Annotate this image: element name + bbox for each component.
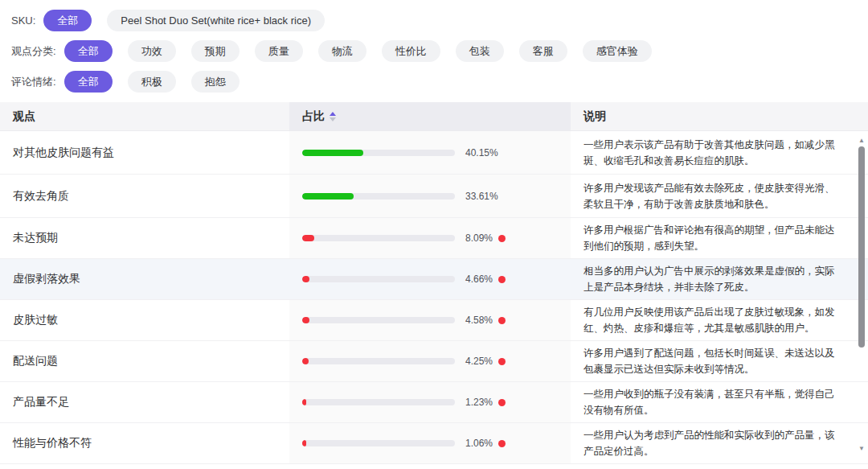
opinion-cell: 对其他皮肤问题有益: [0, 131, 289, 174]
filter-chip[interactable]: 包装: [456, 40, 504, 62]
review-opinion-analysis-panel: SKU: 全部Peel Shot Duo Set(white rice+ bla…: [0, 0, 868, 464]
share-cell: 4.58%: [289, 300, 571, 340]
opinion-cell: 有效去角质: [0, 175, 289, 217]
share-bar-fill: [302, 440, 306, 446]
share-bar-fill: [302, 276, 309, 282]
opinion-label: 性能与价格不符: [13, 436, 92, 450]
share-bar-track: [302, 358, 455, 364]
opinion-label: 配送问题: [13, 354, 58, 368]
column-header-share-label: 占比: [302, 109, 325, 124]
opinion-cell: 皮肤过敏: [0, 300, 289, 340]
table-header-row: 观点 占比 说明: [0, 102, 868, 131]
description-text: 相当多的用户认为广告中展示的剥落效果是虚假的，实际上是产品本身结块，并非去除了死…: [583, 263, 841, 295]
description-text: 一些用户收到的瓶子没有装满，甚至只有半瓶，觉得自己没有物有所值。: [583, 386, 841, 418]
vertical-scrollbar[interactable]: ▲ ▼: [857, 133, 866, 469]
table-row[interactable]: 配送问题 4.25% 许多用户遇到了配送问题，包括长时间延误、未送达以及包裹显示…: [0, 341, 868, 382]
filter-row-opinion-category: 观点分类: 全部功效预期质量物流性价比包装客服感官体验: [11, 40, 857, 62]
description-text: 一些用户认为考虑到产品的性能和实际收到的产品量，该产品定价过高。: [583, 427, 841, 459]
share-percent-label: 40.15%: [465, 147, 498, 158]
review-sentiment-filter-label: 评论情绪:: [11, 75, 56, 89]
share-percent-label: 1.06%: [465, 438, 493, 449]
filter-chip[interactable]: Peel Shot Duo Set(white rice+ black rice…: [107, 10, 325, 31]
share-bar-fill: [302, 358, 309, 364]
filter-chip[interactable]: 全部: [64, 40, 113, 62]
opinion-label: 虚假剥落效果: [13, 272, 80, 286]
share-cell: 8.09%: [289, 218, 571, 258]
share-cell: 4.25%: [289, 341, 571, 381]
opinion-label: 产品量不足: [13, 395, 69, 409]
description-text: 许多用户根据广告和评论抱有很高的期望，但产品未能达到他们的预期，感到失望。: [583, 222, 841, 254]
negative-indicator-dot: [498, 276, 506, 283]
share-bar-track: [302, 150, 455, 156]
sort-descending-icon[interactable]: [330, 117, 336, 121]
filter-chip[interactable]: 功效: [128, 40, 176, 62]
share-percent-label: 8.09%: [465, 232, 493, 244]
description-cell: 许多用户根据广告和评论抱有很高的期望，但产品未能达到他们的预期，感到失望。: [571, 218, 868, 258]
share-cell: 1.06%: [289, 423, 571, 463]
filter-chip[interactable]: 积极: [128, 71, 176, 93]
opinion-label: 未达预期: [13, 231, 58, 245]
column-header-share[interactable]: 占比: [289, 102, 571, 130]
filters-section: SKU: 全部Peel Shot Duo Set(white rice+ bla…: [0, 0, 868, 93]
filter-chip[interactable]: 预期: [191, 40, 240, 62]
negative-indicator-dot: [498, 440, 506, 447]
table-row[interactable]: 虚假剥落效果 4.66% 相当多的用户认为广告中展示的剥落效果是虚假的，实际上是…: [0, 259, 868, 300]
filter-chip[interactable]: 抱怨: [191, 71, 240, 93]
filter-chip[interactable]: 质量: [255, 40, 303, 62]
description-text: 许多用户遇到了配送问题，包括长时间延误、未送达以及包裹显示已送达但实际未收到等情…: [583, 345, 841, 377]
table-body: 对其他皮肤问题有益 40.15% 一些用户表示该产品有助于改善其他皮肤问题，如减…: [0, 131, 868, 464]
table-row[interactable]: 产品量不足 1.23% 一些用户收到的瓶子没有装满，甚至只有半瓶，觉得自己没有物…: [0, 382, 868, 423]
opinion-cell: 产品量不足: [0, 382, 289, 422]
sort-control[interactable]: [330, 112, 336, 121]
sku-chip-group: 全部Peel Shot Duo Set(white rice+ black ri…: [43, 10, 325, 31]
share-percent-label: 4.66%: [465, 274, 493, 285]
filter-chip[interactable]: 全部: [64, 71, 113, 93]
negative-indicator-dot: [498, 235, 506, 242]
share-bar-fill: [302, 317, 309, 323]
filter-chip[interactable]: 感官体验: [583, 40, 652, 62]
share-bar-fill: [302, 399, 306, 405]
filter-chip[interactable]: 物流: [318, 40, 366, 62]
description-cell: 许多用户遇到了配送问题，包括长时间延误、未送达以及包裹显示已送达但实际未收到等情…: [571, 341, 868, 381]
share-cell: 33.61%: [289, 175, 571, 217]
opinion-category-filter-label: 观点分类:: [11, 44, 56, 59]
filter-chip[interactable]: 全部: [43, 10, 92, 31]
column-header-opinion: 观点: [0, 102, 289, 130]
share-bar-fill: [302, 193, 354, 200]
opinion-label: 有效去角质: [13, 189, 69, 204]
share-percent-label: 4.58%: [465, 315, 493, 326]
scroll-down-arrow-icon[interactable]: ▼: [857, 445, 866, 453]
share-bar-track: [302, 235, 455, 241]
sort-ascending-icon[interactable]: [330, 112, 336, 116]
description-cell: 有几位用户反映使用该产品后出现了皮肤过敏现象，如发红、灼热、皮疹和爆痘等，尤其是…: [571, 300, 868, 340]
share-percent-label: 33.61%: [465, 191, 498, 202]
negative-indicator-dot: [498, 399, 506, 406]
opinion-cell: 性能与价格不符: [0, 423, 289, 463]
sku-filter-label: SKU:: [11, 14, 35, 27]
table-row[interactable]: 皮肤过敏 4.58% 有几位用户反映使用该产品后出现了皮肤过敏现象，如发红、灼热…: [0, 300, 868, 341]
description-cell: 许多用户发现该产品能有效去除死皮，使皮肤变得光滑、柔软且干净，有助于改善皮肤质地…: [571, 175, 868, 217]
opinion-category-chip-group: 全部功效预期质量物流性价比包装客服感官体验: [64, 40, 652, 62]
opinions-table: 观点 占比 说明 对其他皮肤问题有益 40.15% 一些用户表示该产品有助于改善…: [0, 102, 868, 464]
filter-chip[interactable]: 性价比: [382, 40, 440, 62]
scroll-up-arrow-icon[interactable]: ▲: [857, 137, 866, 145]
description-text: 许多用户发现该产品能有效去除死皮，使皮肤变得光滑、柔软且干净，有助于改善皮肤质地…: [583, 180, 841, 212]
opinion-cell: 配送问题: [0, 341, 289, 381]
filter-row-sku: SKU: 全部Peel Shot Duo Set(white rice+ bla…: [11, 10, 857, 31]
table-row[interactable]: 未达预期 8.09% 许多用户根据广告和评论抱有很高的期望，但产品未能达到他们的…: [0, 218, 868, 259]
filter-chip[interactable]: 客服: [519, 40, 567, 62]
negative-indicator-dot: [498, 358, 506, 365]
table-row[interactable]: 对其他皮肤问题有益 40.15% 一些用户表示该产品有助于改善其他皮肤问题，如减…: [0, 131, 868, 175]
opinion-label: 皮肤过敏: [13, 313, 58, 327]
share-bar-track: [302, 317, 455, 323]
description-cell: 一些用户表示该产品有助于改善其他皮肤问题，如减少黑斑、收缩毛孔和改善易长痘痘的肌…: [571, 131, 868, 174]
negative-indicator-dot: [498, 317, 506, 324]
share-bar-track: [302, 399, 455, 405]
scrollbar-thumb[interactable]: [858, 146, 865, 348]
share-bar-track: [302, 440, 455, 446]
share-cell: 1.23%: [289, 382, 571, 422]
opinion-cell: 虚假剥落效果: [0, 259, 289, 299]
filter-row-review-sentiment: 评论情绪: 全部积极抱怨: [11, 71, 857, 93]
table-row[interactable]: 有效去角质 33.61% 许多用户发现该产品能有效去除死皮，使皮肤变得光滑、柔软…: [0, 175, 868, 218]
table-row[interactable]: 性能与价格不符 1.06% 一些用户认为考虑到产品的性能和实际收到的产品量，该产…: [0, 423, 868, 464]
